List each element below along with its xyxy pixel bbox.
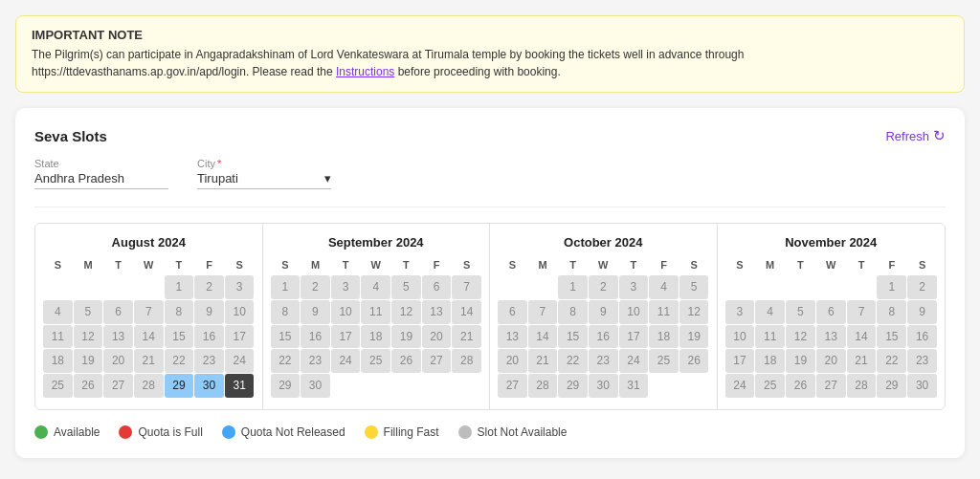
calendar-day[interactable]: 21 — [452, 325, 481, 349]
city-select[interactable]: Tirupati ▾ — [197, 171, 331, 189]
calendar-day[interactable]: 26 — [391, 349, 421, 373]
calendar-day[interactable]: 3 — [619, 275, 649, 299]
calendar-day[interactable]: 11 — [361, 300, 390, 324]
calendar-day[interactable]: 6 — [422, 275, 452, 299]
calendar-day[interactable]: 28 — [847, 374, 877, 398]
calendar-day[interactable]: 26 — [74, 374, 103, 398]
calendar-day[interactable]: 31 — [619, 374, 649, 398]
calendar-day[interactable]: 23 — [301, 349, 330, 373]
calendar-day[interactable]: 10 — [225, 300, 255, 324]
calendar-day[interactable]: 31 — [225, 374, 255, 398]
calendar-day[interactable]: 22 — [165, 349, 194, 373]
calendar-day[interactable]: 30 — [194, 374, 224, 398]
calendar-day[interactable]: 8 — [165, 300, 194, 324]
calendar-day[interactable]: 3 — [725, 300, 755, 324]
calendar-day[interactable]: 18 — [361, 325, 390, 349]
calendar-day[interactable]: 8 — [271, 300, 301, 324]
calendar-day[interactable]: 15 — [558, 325, 588, 349]
instructions-link[interactable]: Instructions — [336, 65, 394, 78]
calendar-day[interactable]: 29 — [558, 374, 588, 398]
calendar-day[interactable]: 22 — [558, 349, 588, 373]
calendar-day[interactable]: 6 — [498, 300, 527, 324]
calendar-day[interactable]: 17 — [225, 325, 255, 349]
calendar-day[interactable]: 21 — [847, 349, 877, 373]
calendar-day[interactable]: 24 — [225, 349, 255, 373]
calendar-day[interactable]: 20 — [103, 349, 133, 373]
calendar-day[interactable]: 27 — [816, 374, 846, 398]
calendar-day[interactable]: 22 — [271, 349, 301, 373]
calendar-day[interactable]: 18 — [649, 325, 679, 349]
calendar-day[interactable]: 25 — [755, 374, 785, 398]
calendar-day[interactable]: 17 — [725, 349, 755, 373]
calendar-day[interactable]: 16 — [194, 325, 224, 349]
calendar-day[interactable]: 12 — [786, 325, 815, 349]
calendar-day[interactable]: 10 — [331, 300, 361, 324]
calendar-day[interactable]: 19 — [786, 349, 815, 373]
calendar-day[interactable]: 15 — [165, 325, 194, 349]
calendar-day[interactable]: 5 — [786, 300, 815, 324]
calendar-day[interactable]: 14 — [452, 300, 481, 324]
calendar-day[interactable]: 10 — [619, 300, 649, 324]
calendar-day[interactable]: 4 — [649, 275, 679, 299]
calendar-day[interactable]: 16 — [907, 325, 937, 349]
calendar-day[interactable]: 2 — [589, 275, 618, 299]
calendar-day[interactable]: 30 — [301, 374, 330, 398]
calendar-day[interactable]: 20 — [422, 325, 452, 349]
refresh-button[interactable]: Refresh ↻ — [885, 127, 946, 144]
calendar-day[interactable]: 9 — [907, 300, 937, 324]
calendar-day[interactable]: 12 — [74, 325, 103, 349]
calendar-day[interactable]: 26 — [786, 374, 815, 398]
calendar-day[interactable]: 19 — [391, 325, 421, 349]
calendar-day[interactable]: 25 — [361, 349, 390, 373]
calendar-day[interactable]: 21 — [134, 349, 164, 373]
calendar-day[interactable]: 11 — [755, 325, 785, 349]
calendar-day[interactable]: 28 — [528, 374, 558, 398]
calendar-day[interactable]: 17 — [619, 325, 649, 349]
calendar-day[interactable]: 19 — [74, 349, 103, 373]
calendar-day[interactable]: 26 — [679, 349, 709, 373]
calendar-day[interactable]: 28 — [452, 349, 481, 373]
calendar-day[interactable]: 6 — [103, 300, 133, 324]
calendar-day[interactable]: 17 — [331, 325, 361, 349]
calendar-day[interactable]: 10 — [725, 325, 755, 349]
calendar-day[interactable]: 15 — [877, 325, 906, 349]
calendar-day[interactable]: 28 — [134, 374, 164, 398]
calendar-day[interactable]: 4 — [361, 275, 390, 299]
calendar-day[interactable]: 3 — [225, 275, 255, 299]
calendar-day[interactable]: 1 — [165, 275, 194, 299]
calendar-day[interactable]: 4 — [755, 300, 785, 324]
calendar-day[interactable]: 29 — [165, 374, 194, 398]
calendar-day[interactable]: 7 — [452, 275, 481, 299]
calendar-day[interactable]: 24 — [725, 374, 755, 398]
calendar-day[interactable]: 24 — [331, 349, 361, 373]
calendar-day[interactable]: 5 — [391, 275, 421, 299]
calendar-day[interactable]: 30 — [907, 374, 937, 398]
calendar-day[interactable]: 13 — [816, 325, 846, 349]
calendar-day[interactable]: 3 — [331, 275, 361, 299]
calendar-day[interactable]: 7 — [528, 300, 558, 324]
calendar-day[interactable]: 27 — [498, 374, 527, 398]
calendar-day[interactable]: 23 — [589, 349, 618, 373]
calendar-day[interactable]: 11 — [43, 325, 73, 349]
calendar-day[interactable]: 16 — [589, 325, 618, 349]
calendar-day[interactable]: 2 — [907, 275, 937, 299]
calendar-day[interactable]: 29 — [271, 374, 301, 398]
calendar-day[interactable]: 20 — [816, 349, 846, 373]
calendar-day[interactable]: 13 — [498, 325, 527, 349]
calendar-day[interactable]: 19 — [679, 325, 709, 349]
calendar-day[interactable]: 11 — [649, 300, 679, 324]
calendar-day[interactable]: 20 — [498, 349, 527, 373]
calendar-day[interactable]: 9 — [301, 300, 330, 324]
calendar-day[interactable]: 12 — [391, 300, 421, 324]
calendar-day[interactable]: 18 — [43, 349, 73, 373]
calendar-day[interactable]: 4 — [43, 300, 73, 324]
calendar-day[interactable]: 8 — [558, 300, 588, 324]
calendar-day[interactable]: 25 — [649, 349, 679, 373]
calendar-day[interactable]: 18 — [755, 349, 785, 373]
calendar-day[interactable]: 9 — [589, 300, 618, 324]
calendar-day[interactable]: 1 — [558, 275, 588, 299]
calendar-day[interactable]: 6 — [816, 300, 846, 324]
calendar-day[interactable]: 15 — [271, 325, 301, 349]
calendar-day[interactable]: 29 — [877, 374, 906, 398]
calendar-day[interactable]: 14 — [847, 325, 877, 349]
